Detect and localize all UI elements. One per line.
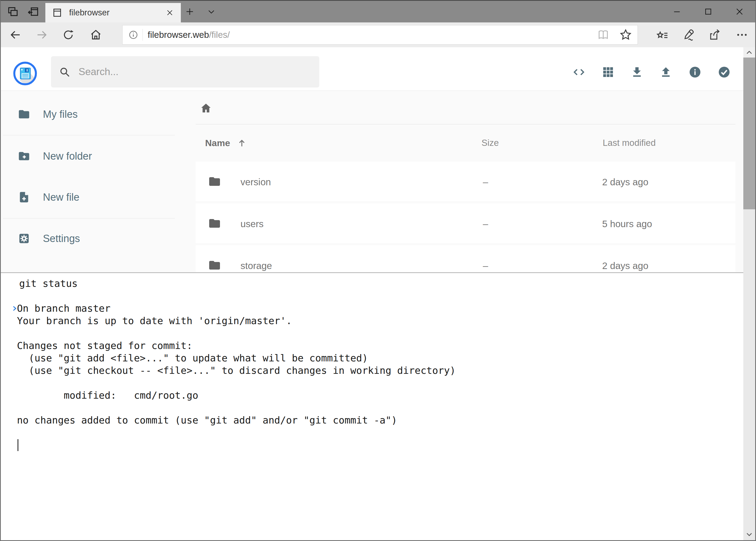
sidebar-item-label: My files xyxy=(43,109,78,120)
url-field[interactable]: filebrowser.web /files/ xyxy=(122,25,638,45)
file-row-version[interactable]: version – 2 days ago xyxy=(196,162,735,201)
sidebar-item-label: Settings xyxy=(43,233,80,245)
tab-list-chevron-icon[interactable] xyxy=(203,1,220,22)
minimize-button[interactable] xyxy=(661,1,692,22)
info-icon[interactable] xyxy=(688,66,701,79)
scrollbar-thumb[interactable] xyxy=(743,58,755,209)
terminal-panel[interactable]: git status On branch master Your branch … xyxy=(1,272,743,540)
listing-divider xyxy=(196,124,735,125)
check-circle-icon[interactable] xyxy=(718,66,731,79)
text-cursor xyxy=(18,439,18,451)
upload-icon[interactable] xyxy=(659,66,672,79)
site-info-icon[interactable] xyxy=(128,29,139,40)
listing-header: Name Size Last modified xyxy=(196,136,735,151)
filebrowser-header: Search... xyxy=(1,47,755,91)
page-icon xyxy=(52,7,63,18)
window-controls xyxy=(661,1,755,22)
url-path: /files/ xyxy=(209,30,230,40)
favorite-star-icon[interactable] xyxy=(619,28,632,41)
column-header-modified[interactable]: Last modified xyxy=(603,138,655,148)
folder-icon xyxy=(208,217,221,230)
share-icon[interactable] xyxy=(705,22,725,47)
sidebar-divider xyxy=(3,218,175,219)
sidebar-item-settings[interactable]: Settings xyxy=(1,227,176,251)
sidebar-divider xyxy=(3,135,175,135)
column-header-name[interactable]: Name xyxy=(205,138,247,148)
page-content: My files New folder xyxy=(1,91,755,272)
file-size: – xyxy=(483,261,488,271)
file-name: storage xyxy=(240,261,272,271)
hub-favorites-icon[interactable] xyxy=(652,22,672,47)
scroll-down-icon[interactable] xyxy=(743,529,755,540)
file-modified: 2 days ago xyxy=(602,177,648,188)
folder-icon xyxy=(208,175,221,188)
terminal-output-line xyxy=(11,426,743,439)
settings-gear-icon xyxy=(18,232,30,245)
terminal-output-line: Your branch is up to date with 'origin/m… xyxy=(11,315,743,327)
prompt-chevron-icon xyxy=(11,279,18,288)
terminal-output-line xyxy=(11,327,743,339)
file-listing: Name Size Last modified version – 2 days… xyxy=(196,91,735,272)
file-name: users xyxy=(240,219,264,229)
sidebar-item-my-files[interactable]: My files xyxy=(1,102,176,126)
terminal-prompt-line: git status xyxy=(11,277,743,290)
web-note-pen-icon[interactable] xyxy=(678,22,698,47)
file-size: – xyxy=(483,219,488,229)
terminal-output-line: On branch master xyxy=(11,302,743,315)
new-tab-icon[interactable] xyxy=(181,1,198,22)
tab-preview-icon[interactable] xyxy=(4,1,21,22)
browser-window: filebrowser xyxy=(0,0,756,541)
forward-icon[interactable] xyxy=(32,22,52,47)
address-bar: filebrowser.web /files/ xyxy=(1,22,755,47)
set-tabs-aside-icon[interactable] xyxy=(25,1,42,22)
maximize-button[interactable] xyxy=(692,1,724,22)
terminal-output-line xyxy=(11,377,743,389)
search-input[interactable]: Search... xyxy=(51,56,319,88)
tab-title: filebrowser xyxy=(69,8,165,18)
terminal-cursor-line xyxy=(11,439,743,451)
sidebar-item-new-file[interactable]: New file xyxy=(1,185,176,209)
url-host: filebrowser.web xyxy=(147,30,209,40)
code-view-icon[interactable] xyxy=(573,66,586,79)
column-header-size[interactable]: Size xyxy=(481,138,499,148)
reading-view-icon[interactable] xyxy=(597,29,610,41)
file-modified: 5 hours ago xyxy=(602,219,652,229)
terminal-command: git status xyxy=(19,277,78,290)
tab-bar: filebrowser xyxy=(1,1,755,22)
file-modified: 2 days ago xyxy=(602,261,648,271)
folder-icon xyxy=(18,108,30,121)
sidebar-item-new-folder[interactable]: New folder xyxy=(1,144,176,168)
refresh-icon[interactable] xyxy=(59,22,78,47)
scroll-up-icon[interactable] xyxy=(743,47,755,58)
terminal-output-line: Changes not staged for commit: xyxy=(11,339,743,352)
terminal-output-line: (use "git add <file>..." to update what … xyxy=(11,352,743,364)
grid-view-icon[interactable] xyxy=(602,66,615,79)
back-icon[interactable] xyxy=(6,22,25,47)
folder-plus-icon xyxy=(18,150,30,162)
search-icon xyxy=(59,66,71,78)
url-separator xyxy=(142,29,143,41)
sort-ascending-icon xyxy=(237,138,247,148)
terminal-output-line xyxy=(11,402,743,414)
filebrowser-logo[interactable] xyxy=(12,60,38,87)
terminal-output-line xyxy=(11,290,743,302)
folder-icon xyxy=(208,259,221,272)
sidebar: My files New folder xyxy=(1,91,176,272)
download-icon[interactable] xyxy=(630,66,643,79)
breadcrumb-home-icon[interactable] xyxy=(200,102,212,115)
home-icon[interactable] xyxy=(86,22,106,47)
search-placeholder: Search... xyxy=(79,66,119,78)
page-scrollbar[interactable] xyxy=(743,47,755,540)
terminal-output-line: modified: cmd/root.go xyxy=(11,389,743,402)
file-name: version xyxy=(240,177,271,188)
more-options-icon[interactable] xyxy=(732,22,752,47)
terminal-output-line: no changes added to commit (use "git add… xyxy=(11,414,743,426)
close-button[interactable] xyxy=(724,1,755,22)
file-row-storage[interactable]: storage – 2 days ago xyxy=(196,245,735,272)
terminal-output-line: (use "git checkout -- <file>..." to disc… xyxy=(11,364,743,377)
browser-tab[interactable]: filebrowser xyxy=(45,3,181,22)
sidebar-item-label: New file xyxy=(43,192,79,203)
file-size: – xyxy=(483,177,488,188)
tab-close-icon[interactable] xyxy=(165,8,174,17)
file-row-users[interactable]: users – 5 hours ago xyxy=(196,204,735,243)
